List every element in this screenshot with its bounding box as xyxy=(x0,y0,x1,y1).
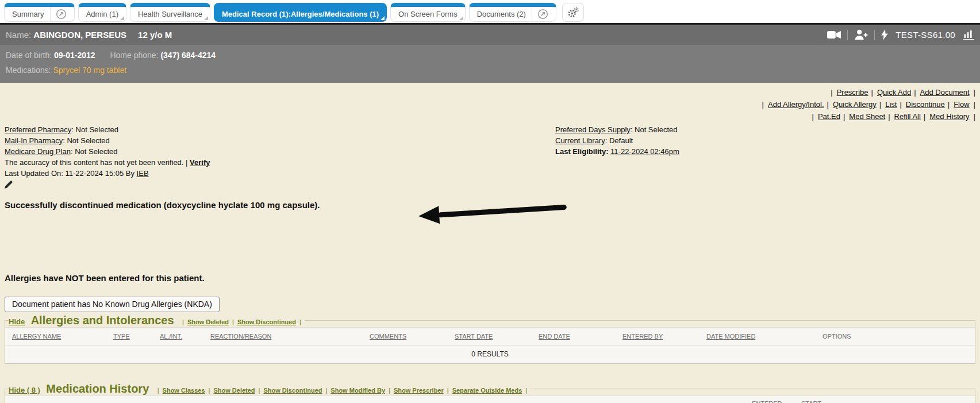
col-entered-by[interactable]: ENTERED BY xyxy=(622,333,663,340)
mailin-pharmacy-value: Not Selected xyxy=(67,136,109,145)
col-al-int[interactable]: AL./INT. xyxy=(160,333,182,340)
tab-settings-button[interactable] xyxy=(562,3,584,22)
dob-label: Date of birth xyxy=(6,51,54,60)
medication-header-row-top: ENTERED START xyxy=(5,396,975,403)
current-library-value: Default xyxy=(609,136,633,145)
prescribe-link[interactable]: Prescribe xyxy=(837,88,868,97)
growth-chart-icon[interactable] xyxy=(963,30,974,40)
name-label: Name xyxy=(6,30,33,40)
show-classes-link[interactable]: Show Classes xyxy=(163,387,205,394)
last-eligibility-row: Last Eligibility11-22-2024 02:46pm xyxy=(555,146,679,157)
lightning-bolt-icon[interactable] xyxy=(881,29,888,40)
current-library-link[interactable]: Current Library xyxy=(555,136,605,145)
pharmacy-left-column: Preferred PharmacyNot Selected Mail-In P… xyxy=(5,124,975,179)
preferred-pharmacy-link[interactable]: Preferred Pharmacy xyxy=(5,125,71,134)
medication-hide-link[interactable]: Hide ( 8 ) xyxy=(9,386,40,394)
action-links-row-2: Add Allergy/Intol.Quick AllergyListDisco… xyxy=(5,98,975,110)
col-type[interactable]: TYPE xyxy=(113,333,130,340)
divider xyxy=(874,30,875,40)
current-library-row: Current LibraryDefault xyxy=(555,135,679,146)
mailin-pharmacy-link[interactable]: Mail-In Pharmacy xyxy=(5,136,63,145)
quick-add-link[interactable]: Quick Add xyxy=(877,88,911,97)
tab-health-surveillance-label: Health Surveillance xyxy=(138,10,202,18)
col-reaction-reason[interactable]: REACTION/REASON xyxy=(210,333,271,340)
pat-ed-link[interactable]: Pat.Ed xyxy=(818,112,840,121)
external-link-circle-icon xyxy=(537,9,548,20)
days-supply-row: Preferred Days SupplyNot Selected xyxy=(555,124,679,135)
list-link[interactable]: List xyxy=(885,100,897,109)
add-person-icon[interactable] xyxy=(854,29,868,40)
action-links-row-3: Pat.EdMed SheetRefill AllMed History xyxy=(5,110,975,122)
tab-admin[interactable]: Admin (1) xyxy=(78,3,126,22)
nkda-button[interactable]: Document patient has No Known Drug Aller… xyxy=(5,297,220,312)
no-allergies-notice: Allergies have NOT been entered for this… xyxy=(5,273,975,283)
pencil-edit-icon[interactable] xyxy=(5,180,13,189)
show-modified-by-link[interactable]: Show Modified By xyxy=(330,387,385,394)
tab-on-screen-forms[interactable]: On Screen Forms xyxy=(390,3,466,22)
medication-history-section: Hide ( 8 ) Medication History Show Class… xyxy=(5,382,975,403)
col-comments[interactable]: COMMENTS xyxy=(370,333,406,340)
quick-allergy-link[interactable]: Quick Allergy xyxy=(833,100,877,109)
allergies-section-header: Hide Allergies and Intolerances Show Del… xyxy=(9,314,305,327)
results-count: 0 RESULTS xyxy=(5,346,975,363)
discontinue-link[interactable]: Discontinue xyxy=(906,100,945,109)
col-start-date[interactable]: START DATE xyxy=(455,333,493,340)
mailin-pharmacy-row: Mail-In PharmacyNot Selected xyxy=(5,135,975,146)
medication-history-header: Hide ( 8 ) Medication History Show Class… xyxy=(9,382,531,396)
show-discontinued-link[interactable]: Show Discontinued xyxy=(237,318,296,325)
summary-popout-icon[interactable] xyxy=(50,7,67,22)
last-updated-row: Last Updated On: 11-22-2024 15:05 By IEB xyxy=(5,168,975,179)
preferred-days-supply-link[interactable]: Preferred Days Supply xyxy=(555,125,631,134)
supply-right-column: Preferred Days SupplyNot Selected Curren… xyxy=(555,124,679,157)
tab-health-surveillance[interactable]: Health Surveillance xyxy=(130,3,210,22)
med-history-link[interactable]: Med History xyxy=(929,112,969,121)
refill-all-link[interactable]: Refill All xyxy=(894,112,921,121)
dob-value: 09-01-2012 xyxy=(54,51,95,60)
last-eligibility-link[interactable]: 11-22-2024 02:46pm xyxy=(610,147,679,156)
col-allergy-name[interactable]: ALLERGY NAME xyxy=(12,333,61,340)
tab-medical-record-active[interactable]: Medical Record (1):Allergies/Medications… xyxy=(214,3,387,22)
flow-link[interactable]: Flow xyxy=(954,100,969,109)
gears-icon xyxy=(567,6,579,19)
patient-age-sex: 12 y/o M xyxy=(138,30,172,40)
allergies-section: Hide Allergies and Intolerances Show Del… xyxy=(5,314,975,364)
tab-documents[interactable]: Documents (2) xyxy=(469,3,556,22)
patient-name-banner: Name ABINGDON, PERSEUS 12 y/o M TEST-SS6… xyxy=(0,25,980,45)
allergies-hide-link[interactable]: Hide xyxy=(9,317,25,326)
allergies-table: ALLERGY NAME TYPE AL./INT. REACTION/REAS… xyxy=(5,327,975,363)
col-start-top[interactable]: START xyxy=(801,400,821,403)
allergies-results-row: 0 RESULTS xyxy=(5,346,975,363)
verify-link[interactable]: Verify xyxy=(190,158,210,167)
pharmacy-info-block: Preferred PharmacyNot Selected Mail-In P… xyxy=(5,124,975,179)
show-deleted-link[interactable]: Show Deleted xyxy=(187,318,229,325)
col-entered-top[interactable]: ENTERED xyxy=(752,400,782,403)
allergies-medications-panel: PrescribeQuick AddAdd Document Add Aller… xyxy=(0,83,980,403)
action-links-row-1: PrescribeQuick AddAdd Document xyxy=(5,86,975,98)
tab-documents-label: Documents (2) xyxy=(477,10,526,18)
separate-outside-meds-link[interactable]: Separate Outside Meds xyxy=(452,387,522,394)
days-supply-value: Not Selected xyxy=(635,125,677,134)
module-tab-bar: Summary Admin (1) Health Surveillance Me… xyxy=(0,0,980,23)
medicare-plan-link[interactable]: Medicare Drug Plan xyxy=(5,147,71,156)
last-updated-by-link[interactable]: IEB xyxy=(137,169,149,178)
show-prescriber-link[interactable]: Show Prescriber xyxy=(394,387,444,394)
add-document-link[interactable]: Add Document xyxy=(920,88,970,97)
add-allergy-intol-link[interactable]: Add Allergy/Intol. xyxy=(768,100,824,109)
dob-phone-row: Date of birth09-01-2012 Home phone(347) … xyxy=(6,48,974,63)
station-id: TEST-SS61.00 xyxy=(896,30,955,40)
tab-summary[interactable]: Summary xyxy=(4,3,75,22)
divider xyxy=(847,30,848,40)
med-sheet-link[interactable]: Med Sheet xyxy=(849,112,885,121)
show-deleted-link[interactable]: Show Deleted xyxy=(213,387,255,394)
verify-row: The accuracy of this content has not yet… xyxy=(5,157,975,168)
preferred-pharmacy-row: Preferred PharmacyNot Selected xyxy=(5,124,975,135)
video-camera-icon[interactable] xyxy=(827,30,841,39)
show-discontinued-link[interactable]: Show Discontinued xyxy=(263,387,322,394)
documents-popout-icon[interactable] xyxy=(532,7,548,22)
col-date-modified[interactable]: DATE MODIFIED xyxy=(706,333,755,340)
action-links: PrescribeQuick AddAdd Document Add Aller… xyxy=(5,86,975,122)
col-options: OPTIONS xyxy=(823,333,851,340)
medicare-plan-value: Not Selected xyxy=(75,147,117,156)
col-end-date[interactable]: END DATE xyxy=(539,333,570,340)
edit-row xyxy=(5,180,975,189)
